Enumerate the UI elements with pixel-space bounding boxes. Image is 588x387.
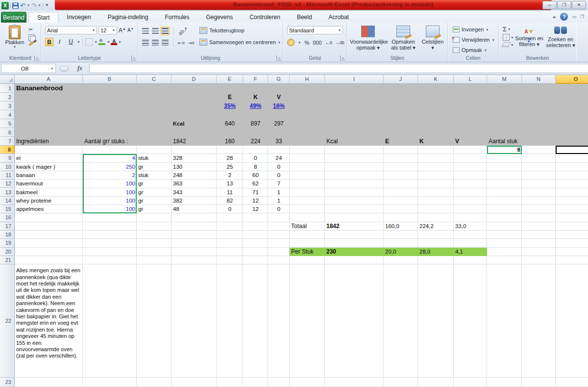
- formula-bar-handle[interactable]: [60, 66, 69, 72]
- redo-icon[interactable]: ↷: [31, 2, 37, 9]
- cell-E7[interactable]: 160: [217, 137, 243, 146]
- number-format-select[interactable]: Standaard▼: [287, 26, 343, 34]
- minimize-button[interactable]: ─: [542, 1, 557, 9]
- cell-G12[interactable]: 7: [268, 180, 290, 188]
- row-header-18[interactable]: 18: [0, 231, 15, 239]
- delete-cells-button[interactable]: Verwijderen▼: [453, 37, 495, 43]
- column-header-O[interactable]: O: [556, 75, 588, 84]
- column-header-J[interactable]: J: [384, 75, 418, 84]
- cell-J7[interactable]: E: [384, 137, 418, 146]
- cell-D7[interactable]: 1842: [172, 137, 217, 146]
- cell-B9[interactable]: 4: [83, 154, 137, 162]
- decrease-decimal-icon[interactable]: →.00: [335, 40, 344, 45]
- align-top-icon[interactable]: [142, 28, 149, 34]
- clear-button[interactable]: ▼: [503, 42, 514, 47]
- font-size-select[interactable]: 12▼: [98, 26, 117, 34]
- column-header-H[interactable]: H: [290, 75, 325, 84]
- cell-K20[interactable]: 28,0: [418, 248, 454, 256]
- cell-F7[interactable]: 224: [243, 137, 268, 146]
- tab-start[interactable]: Start: [28, 12, 58, 23]
- cell-A10[interactable]: kwark ( mager ): [15, 163, 83, 171]
- column-header-K[interactable]: K: [418, 75, 454, 84]
- cell-H20[interactable]: Per Stuk: [290, 248, 325, 256]
- fill-color-icon[interactable]: [98, 39, 106, 45]
- row-header-22[interactable]: 22: [0, 264, 15, 378]
- cell-E13[interactable]: 11: [217, 188, 243, 197]
- cell-B14[interactable]: 100: [83, 197, 137, 205]
- cell-F12[interactable]: 62: [243, 180, 268, 188]
- cell-F14[interactable]: 12: [243, 197, 268, 205]
- cell-C9[interactable]: stuk: [137, 154, 172, 162]
- column-header-L[interactable]: L: [454, 75, 487, 84]
- window-restore-icon[interactable]: ❐: [580, 14, 584, 19]
- name-box-dropdown-icon[interactable]: ▼: [48, 67, 55, 70]
- cell-F9[interactable]: 0: [243, 154, 268, 162]
- cell-E14[interactable]: 82: [217, 197, 243, 205]
- cell-F5[interactable]: 897: [243, 119, 268, 128]
- font-color-icon[interactable]: A: [111, 39, 117, 45]
- tab-controleren[interactable]: Controleren: [241, 12, 289, 23]
- getal-dialog-launcher-icon[interactable]: ↘: [340, 55, 345, 60]
- insert-function-icon[interactable]: fx: [77, 65, 82, 72]
- cell-L7[interactable]: V: [454, 137, 487, 146]
- row-header-15[interactable]: 15: [0, 205, 15, 213]
- cell-H17[interactable]: Totaal: [290, 222, 325, 231]
- cell-D11[interactable]: 248: [172, 171, 217, 180]
- row-header-7[interactable]: 7: [0, 137, 15, 146]
- bold-button[interactable]: B: [45, 38, 53, 46]
- cell-E11[interactable]: 2: [217, 171, 243, 180]
- cell-E15[interactable]: 0: [217, 205, 243, 213]
- currency-icon[interactable]: [287, 39, 294, 46]
- cell-G11[interactable]: 0: [268, 171, 290, 180]
- column-header-B[interactable]: B: [83, 75, 137, 84]
- cut-icon[interactable]: ✂: [28, 26, 34, 32]
- align-middle-icon[interactable]: [152, 28, 159, 34]
- cell-D9[interactable]: 328: [172, 154, 217, 162]
- cell-D15[interactable]: 48: [172, 205, 217, 213]
- row-header-14[interactable]: 14: [0, 197, 15, 205]
- paste-dropdown-icon[interactable]: ▼: [3, 45, 26, 49]
- cell-F2[interactable]: K: [243, 93, 268, 102]
- font-name-select[interactable]: Arial▼: [45, 26, 97, 34]
- fill-button[interactable]: ↓▼: [503, 34, 514, 41]
- row-header-20[interactable]: 20: [0, 248, 15, 256]
- cell-A14[interactable]: whey proteine: [15, 197, 83, 205]
- cell-I7[interactable]: Kcal: [325, 137, 384, 146]
- formula-input[interactable]: [89, 64, 588, 73]
- cell-E3[interactable]: 35%: [217, 102, 243, 110]
- row-header-5[interactable]: 5: [0, 119, 15, 128]
- tab-gegevens[interactable]: Gegevens: [197, 12, 241, 23]
- decrease-indent-icon[interactable]: ⇤≡: [178, 40, 185, 46]
- insert-cells-button[interactable]: Invoegen▼: [453, 26, 489, 32]
- align-right-icon[interactable]: [162, 40, 169, 46]
- cell-M7[interactable]: Aantal stuk: [487, 137, 522, 146]
- row-header-1[interactable]: 1: [0, 84, 15, 93]
- shrink-font-icon[interactable]: A▼: [127, 27, 134, 33]
- borders-icon[interactable]: [85, 38, 93, 46]
- cell-D14[interactable]: 382: [172, 197, 217, 205]
- cell-J17[interactable]: 160,0: [384, 222, 418, 231]
- orientation-icon[interactable]: ab↗: [177, 26, 189, 37]
- increase-indent-icon[interactable]: ⇥≡: [188, 40, 195, 46]
- align-left-icon[interactable]: [142, 40, 149, 46]
- save-icon[interactable]: [12, 2, 19, 9]
- spreadsheet-grid[interactable]: ABCDEFGHIJKLMNO1234567891011121314151617…: [0, 75, 588, 387]
- merge-center-button[interactable]: Samenvoegen en centreren ▼: [199, 39, 281, 46]
- restore-button[interactable]: ❐: [557, 1, 571, 9]
- column-header-A[interactable]: A: [15, 75, 83, 84]
- cell-G3[interactable]: 16%: [268, 102, 290, 110]
- cell-K7[interactable]: K: [418, 137, 454, 146]
- conditional-formatting-button[interactable]: Voorwaardelijkeopmaak ▾: [350, 26, 386, 51]
- cell-L17[interactable]: 33,0: [454, 222, 487, 231]
- format-painter-icon[interactable]: [28, 41, 34, 46]
- column-header-C[interactable]: C: [137, 75, 172, 84]
- align-bottom-icon[interactable]: [162, 28, 169, 34]
- cell-F13[interactable]: 71: [243, 188, 268, 197]
- column-header-D[interactable]: D: [172, 75, 217, 84]
- row-header-10[interactable]: 10: [0, 163, 15, 171]
- tab-invoegen[interactable]: Invoegen: [58, 12, 99, 23]
- row-header-12[interactable]: 12: [0, 180, 15, 188]
- increase-decimal-icon[interactable]: ←.0: [325, 40, 332, 45]
- row-header-19[interactable]: 19: [0, 239, 15, 247]
- cell-M8[interactable]: 8: [487, 146, 522, 154]
